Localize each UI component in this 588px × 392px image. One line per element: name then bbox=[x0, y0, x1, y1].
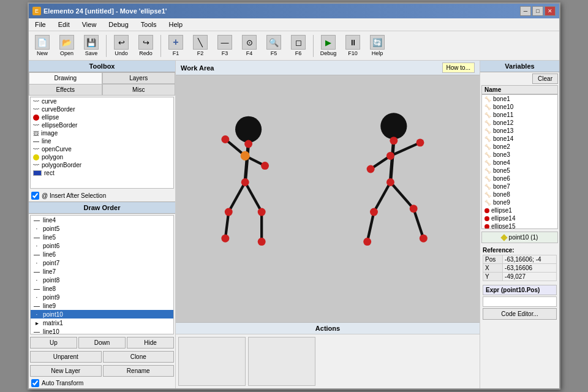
var-item[interactable]: 🦴 bone11 bbox=[482, 111, 557, 119]
draw-order-item[interactable]: · point5 bbox=[31, 224, 173, 233]
new-button[interactable]: 📄 New bbox=[31, 33, 53, 58]
menu-file[interactable]: File bbox=[31, 20, 50, 29]
help-button[interactable]: 🔄 Help bbox=[366, 33, 388, 58]
var-item[interactable]: 🦴 bone8 bbox=[482, 190, 557, 198]
draw-order-item[interactable]: — line9 bbox=[31, 301, 173, 310]
insert-after-checkbox[interactable] bbox=[31, 192, 39, 200]
f1-button[interactable]: + F1 bbox=[165, 33, 187, 58]
unparent-button[interactable]: Unparent bbox=[30, 351, 102, 363]
clone-button[interactable]: Clone bbox=[103, 351, 175, 363]
thumbnail-2[interactable] bbox=[248, 337, 315, 386]
tab-drawing[interactable]: Drawing bbox=[29, 72, 102, 84]
var-item[interactable]: 🦴 bone4 bbox=[482, 159, 557, 167]
menu-tools[interactable]: Tools bbox=[137, 20, 160, 29]
draw-order-item[interactable]: · point7 bbox=[31, 258, 173, 267]
var-item[interactable]: 🦴 bone10 bbox=[482, 103, 557, 111]
center-panel: Work Area How to... bbox=[176, 61, 480, 388]
var-item[interactable]: 🦴 bone12 bbox=[482, 119, 557, 127]
thumbnail-1[interactable] bbox=[178, 337, 246, 386]
draw-order-item[interactable]: — line8 bbox=[31, 284, 173, 293]
draw-order-item[interactable]: — line10 bbox=[31, 327, 173, 334]
draw-order-item[interactable]: — line4 bbox=[31, 216, 173, 224]
down-button[interactable]: Down bbox=[78, 337, 126, 349]
menu-help[interactable]: Help bbox=[165, 20, 186, 29]
list-item[interactable]: rect bbox=[31, 169, 173, 177]
svg-point-14 bbox=[258, 238, 266, 246]
var-item[interactable]: 🦴 bone9 bbox=[482, 198, 557, 206]
clear-button[interactable]: Clear bbox=[532, 74, 558, 84]
var-item[interactable]: 🦴 bone13 bbox=[482, 127, 557, 135]
draw-order-item[interactable]: · point8 bbox=[31, 276, 173, 284]
f10-button[interactable]: ⏸ F10 bbox=[342, 33, 364, 58]
var-item[interactable]: 🦴 bone5 bbox=[482, 167, 557, 175]
x-label: X bbox=[483, 264, 503, 273]
menu-debug[interactable]: Debug bbox=[105, 20, 132, 29]
list-item[interactable]: 〰 openCurve bbox=[31, 145, 173, 153]
list-item[interactable]: 〰 polygonBorder bbox=[31, 161, 173, 169]
toolbox-list[interactable]: 〰 curve 〰 curveBorder ellipse 〰 ellipseB… bbox=[30, 97, 174, 189]
draw-order-item-selected[interactable]: · point10 bbox=[31, 310, 173, 318]
redo-button[interactable]: ↪ Redo bbox=[135, 33, 157, 58]
var-item[interactable]: 🦴 bone6 bbox=[482, 175, 557, 183]
var-item[interactable]: ellipse1 bbox=[482, 206, 557, 214]
f4-button[interactable]: ⊙ F4 bbox=[238, 33, 260, 58]
draw-order-list[interactable]: — line4 · point5 — line5 · point6 — li bbox=[30, 215, 174, 334]
hide-button[interactable]: Hide bbox=[127, 337, 174, 349]
undo-button[interactable]: ↩ Undo bbox=[110, 33, 132, 58]
list-item[interactable]: 〰 ellipseBorder bbox=[31, 121, 173, 129]
variables-list[interactable]: 🦴 bone1 🦴 bone10 🦴 bone11 🦴 bone12 🦴 bbox=[481, 94, 558, 229]
auto-transform-checkbox[interactable] bbox=[31, 379, 39, 387]
draw-order-item[interactable]: ▸ matrix1 bbox=[31, 318, 173, 327]
new-layer-button[interactable]: New Layer bbox=[30, 365, 102, 377]
code-editor-button[interactable]: Code Editor... bbox=[483, 308, 557, 320]
svg-point-10 bbox=[241, 178, 249, 186]
save-button[interactable]: 💾 Save bbox=[80, 33, 102, 58]
draw-order-item[interactable]: · point9 bbox=[31, 293, 173, 301]
svg-point-7 bbox=[244, 140, 252, 148]
var-item[interactable]: 🦴 bone1 bbox=[482, 95, 557, 103]
maximize-button[interactable]: □ bbox=[532, 6, 543, 16]
var-item[interactable]: 🦴 bone14 bbox=[482, 135, 557, 143]
f3-button[interactable]: — F3 bbox=[214, 33, 236, 58]
draw-order-item[interactable]: — line5 bbox=[31, 233, 173, 241]
expression-input[interactable] bbox=[483, 296, 557, 307]
bone-icon: 🦴 bbox=[484, 104, 491, 110]
list-item[interactable]: 〰 curve bbox=[31, 97, 173, 105]
list-item[interactable]: 🖼 image bbox=[31, 129, 173, 137]
tab-layers[interactable]: Layers bbox=[102, 72, 176, 84]
var-item[interactable]: 🦴 bone2 bbox=[482, 143, 557, 151]
tab-effects[interactable]: Effects bbox=[29, 84, 102, 96]
title-bar-left: E Elemento 24 [untitled] - Move 'ellipse… bbox=[32, 7, 167, 15]
new-icon: 📄 bbox=[35, 35, 50, 50]
dot-yellow-icon bbox=[33, 154, 39, 160]
rename-button[interactable]: Rename bbox=[103, 365, 175, 377]
toolbox-tabs-2: Effects Misc bbox=[29, 84, 175, 96]
how-to-button[interactable]: How to... bbox=[442, 62, 475, 73]
f2-button[interactable]: ╲ F2 bbox=[189, 33, 211, 58]
debug-button[interactable]: ▶ Debug bbox=[317, 33, 339, 58]
draw-order-item[interactable]: — line7 bbox=[31, 267, 173, 276]
open-button[interactable]: 📂 Open bbox=[56, 33, 78, 58]
f5-button[interactable]: 🔍 F5 bbox=[263, 33, 285, 58]
minimize-button[interactable]: ─ bbox=[520, 6, 531, 16]
var-item[interactable]: ellipse15 bbox=[482, 222, 557, 229]
up-button[interactable]: Up bbox=[30, 337, 77, 349]
list-item[interactable]: 〰 curveBorder bbox=[31, 105, 173, 113]
close-button[interactable]: ✕ bbox=[545, 6, 556, 16]
draw-order-item[interactable]: — line6 bbox=[31, 250, 173, 258]
bone-icon: 🦴 bbox=[484, 184, 491, 190]
menu-view[interactable]: View bbox=[78, 20, 100, 29]
canvas-area[interactable] bbox=[176, 75, 480, 322]
tab-misc[interactable]: Misc bbox=[102, 84, 176, 96]
list-item[interactable]: polygon bbox=[31, 153, 173, 161]
draw-order-item[interactable]: · point6 bbox=[31, 241, 173, 250]
f6-button[interactable]: ◻ F6 bbox=[287, 33, 309, 58]
var-item[interactable]: 🦴 bone7 bbox=[482, 183, 557, 190]
menu-edit[interactable]: Edit bbox=[55, 20, 74, 29]
var-item[interactable]: 🦴 bone3 bbox=[482, 151, 557, 159]
title-bar: E Elemento 24 [untitled] - Move 'ellipse… bbox=[29, 4, 559, 18]
var-item[interactable]: ellipse14 bbox=[482, 214, 557, 222]
list-item[interactable]: ellipse bbox=[31, 113, 173, 121]
svg-point-30 bbox=[410, 205, 418, 213]
list-item[interactable]: — line bbox=[31, 137, 173, 145]
